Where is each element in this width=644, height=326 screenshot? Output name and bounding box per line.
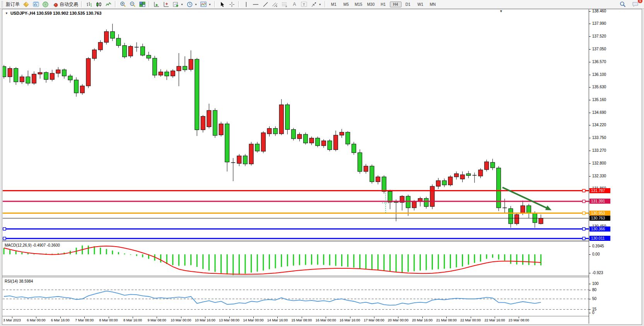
new-chart-icon	[173, 1, 179, 7]
horizontal-line-button[interactable]	[251, 0, 261, 8]
line-handle	[583, 228, 585, 230]
line-handle	[583, 200, 585, 202]
chat-button[interactable]: 1	[630, 0, 640, 8]
cursor-button[interactable]	[217, 0, 227, 8]
price-tick-label: 136.100	[592, 72, 606, 77]
price-tick	[589, 100, 591, 100]
timeframe-w1-button[interactable]: W1	[415, 2, 426, 7]
price-tick	[589, 125, 591, 125]
candle	[92, 50, 97, 58]
gold-chart-button[interactable]	[21, 0, 31, 8]
candlestick-button[interactable]	[94, 0, 104, 8]
svg-text:E: E	[276, 5, 277, 7]
text-button[interactable]: A	[290, 0, 299, 8]
signal-button[interactable]	[41, 0, 50, 8]
candle	[412, 202, 416, 208]
toolbar-drag-handle[interactable]	[1, 1, 3, 7]
candle	[14, 69, 18, 82]
line-chart-button[interactable]	[104, 0, 113, 8]
chart-profile-icon	[200, 1, 207, 7]
text-icon: A	[291, 1, 298, 7]
candle	[466, 173, 471, 175]
tile-windows-button[interactable]	[137, 0, 147, 8]
time-tick-label: 22 Mar 00:00	[460, 318, 481, 322]
candle	[454, 173, 459, 177]
zoom-out-button[interactable]	[128, 0, 137, 8]
candle	[207, 110, 211, 127]
line-handle	[583, 189, 585, 192]
channel-button[interactable]: E	[270, 0, 280, 8]
autotrade-icon	[52, 1, 58, 7]
trendline-button[interactable]	[261, 0, 270, 8]
panel-separator[interactable]	[2, 240, 641, 241]
new-chart-button[interactable]: ▼	[171, 0, 185, 8]
timeframe-h4-button[interactable]: H4	[390, 2, 401, 7]
timeframe-h1-button[interactable]: H1	[378, 2, 389, 7]
ohlc-bars-button[interactable]	[84, 0, 94, 8]
panel-separator[interactable]	[2, 276, 641, 276]
main-chart[interactable]	[3, 9, 589, 240]
indicators-button[interactable]	[152, 0, 161, 8]
rsi-tick-label: 80	[592, 288, 596, 292]
indicators-icon	[153, 1, 160, 7]
vertical-line-button[interactable]	[241, 0, 251, 8]
chart-title[interactable]: ▼ USDJPY-,H4 130.559 130.902 130.535 130…	[5, 11, 101, 15]
candle	[44, 72, 48, 79]
timeframe-m1-button[interactable]: M1	[328, 2, 340, 7]
arrows-button[interactable]: ▼	[309, 0, 323, 8]
crosshair-button[interactable]	[227, 0, 237, 8]
price-tick-label: 138.460	[592, 9, 606, 13]
timeframe-m5-button[interactable]: M5	[340, 2, 352, 7]
price-tick	[589, 11, 591, 12]
ohlc-bars-icon	[86, 1, 92, 7]
time-axis[interactable]: 3 Mar 20236 Mar 00:006 Mar 16:007 Mar 08…	[2, 317, 589, 323]
price-tick-label: 133.270	[592, 148, 606, 153]
price-axis[interactable]: 138.460137.990137.520137.050136.570136.1…	[589, 9, 642, 324]
price-tick-label: 132.330	[592, 174, 606, 178]
objects-button[interactable]	[161, 0, 171, 8]
text-label-button[interactable]: T	[299, 0, 309, 8]
macd-panel[interactable]	[3, 242, 589, 276]
autotrade-label: 自动交易	[60, 1, 78, 8]
cursor-icon	[219, 1, 225, 7]
new-order-button[interactable]: 新订单	[4, 0, 21, 8]
candle	[26, 77, 30, 83]
rsi-panel[interactable]	[3, 278, 589, 316]
candle	[50, 73, 54, 79]
toolbar-separator	[115, 1, 116, 7]
candle	[358, 153, 362, 172]
fibonacci-button[interactable]: F	[280, 0, 290, 8]
chart-profile-button[interactable]: ▼	[199, 0, 213, 8]
zoom-in-button[interactable]	[118, 0, 128, 8]
time-tick-label: 15 Mar 08:00	[291, 318, 312, 322]
timeframe-m30-button[interactable]: M30	[365, 2, 377, 7]
candle	[442, 181, 446, 185]
period-clock-button[interactable]: ▼	[185, 0, 199, 8]
candle	[364, 166, 368, 172]
candle	[521, 206, 525, 213]
candle	[98, 42, 102, 50]
candle	[527, 206, 531, 213]
timeframe-d1-button[interactable]: D1	[402, 2, 414, 7]
mt4-application: 新订单 自动交易	[0, 0, 644, 326]
time-tick-label: 21 Mar 08:00	[436, 318, 457, 322]
timeframe-m15-button[interactable]: M15	[353, 2, 364, 7]
svg-text:F: F	[286, 5, 287, 7]
time-tick-label: 14 Mar 16:00	[267, 318, 288, 322]
toolbar-separator	[81, 1, 83, 7]
candle	[140, 46, 145, 55]
price-tick	[589, 75, 591, 75]
search-button[interactable]	[618, 0, 627, 8]
candle	[334, 135, 338, 150]
chart-dropdown-icon[interactable]: ▼	[5, 12, 8, 15]
candle	[80, 86, 84, 93]
candle	[219, 124, 223, 135]
rsi-tick	[589, 299, 591, 299]
terminal-window-icon	[32, 1, 39, 7]
candle	[183, 66, 187, 70]
autotrade-button[interactable]: 自动交易	[50, 0, 80, 8]
terminal-window-button[interactable]	[31, 0, 41, 8]
timeframe-mn-button[interactable]: MN	[427, 2, 439, 7]
candle	[255, 144, 260, 151]
price-tick	[589, 151, 591, 151]
